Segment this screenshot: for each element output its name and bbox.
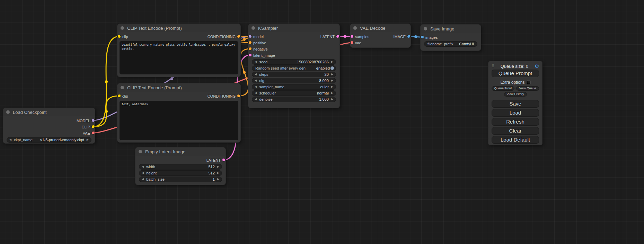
view-history-button[interactable]: View History — [504, 92, 527, 97]
extra-options-checkbox[interactable] — [527, 81, 530, 84]
queue-front-button[interactable]: Queue Front — [492, 86, 514, 91]
widget-value: v1-5-pruned-emaonly.ckpt — [40, 138, 84, 142]
widget-value: 1 — [213, 177, 215, 181]
widget-denoise[interactable]: ◀ denoise 1.000 ▶ — [252, 97, 336, 102]
input-label-positive: positive — [253, 41, 266, 45]
widget-name: filename_prefix — [427, 42, 453, 46]
drag-handle-icon[interactable]: ⠿ — [492, 64, 494, 69]
increment-arrow-icon[interactable]: ▶ — [217, 165, 219, 168]
node-titlebar[interactable]: CLIP Text Encode (Prompt) — [117, 83, 240, 92]
increment-arrow-icon[interactable]: ▶ — [331, 79, 333, 82]
refresh-button[interactable]: Refresh — [492, 118, 539, 126]
widget-name: denoise — [259, 97, 273, 101]
load-button[interactable]: Load — [492, 109, 539, 117]
node-save-image[interactable]: Save Image images filename_prefix ComfyU… — [420, 24, 481, 51]
link-clip-negative-wire[interactable] — [93, 96, 119, 127]
collapse-dot[interactable] — [252, 26, 255, 30]
increment-arrow-icon[interactable]: ▶ — [331, 92, 333, 94]
decrement-arrow-icon[interactable]: ◀ — [255, 85, 257, 88]
node-empty-latent-image[interactable]: Empty Latent Image LATENT ◀ width 512 ▶ … — [135, 147, 226, 185]
collapse-dot[interactable] — [6, 110, 10, 114]
load-default-button[interactable]: Load Default — [492, 136, 539, 144]
widget-steps[interactable]: ◀ steps 20 ▶ — [252, 72, 336, 77]
node-clip-text-encode-positive[interactable]: CLIP Text Encode (Prompt) clip CONDITION… — [117, 24, 241, 77]
save-button[interactable]: Save — [492, 100, 539, 108]
decrement-arrow-icon[interactable]: ◀ — [255, 79, 257, 82]
node-clip-text-encode-negative[interactable]: CLIP Text Encode (Prompt) clip CONDITION… — [117, 83, 241, 143]
widget-height[interactable]: ◀ height 512 ▶ — [139, 170, 222, 176]
widget-value: 512 — [208, 165, 214, 169]
widget-name: steps — [259, 72, 268, 76]
prompt-textarea[interactable]: beautiful scenery nature glass bottle la… — [120, 41, 238, 74]
widget-value: 156680208700286 — [297, 60, 329, 64]
widget-width[interactable]: ◀ width 512 ▶ — [139, 164, 222, 170]
decrement-arrow-icon[interactable]: ◀ — [255, 92, 257, 94]
node-titlebar[interactable]: Load Checkpoint — [3, 108, 95, 116]
link-midpoint-dot — [344, 35, 346, 38]
node-title: Load Checkpoint — [13, 110, 47, 115]
node-ksampler[interactable]: KSampler model LATENT positive negative … — [248, 24, 340, 108]
widget-name: width — [146, 165, 155, 169]
node-vae-decode[interactable]: VAE Decode samples IMAGE vae — [350, 24, 411, 48]
decrement-arrow-icon[interactable]: ◀ — [142, 165, 144, 168]
link-clip-positive-wire[interactable] — [93, 36, 119, 127]
widget-name: Random seed after every gen — [255, 66, 306, 70]
clear-button[interactable]: Clear — [492, 127, 539, 135]
collapse-dot[interactable] — [424, 27, 427, 30]
widget-sampler-name[interactable]: ◀ sampler_name euler ▶ — [252, 84, 336, 90]
output-label-conditioning: CONDITIONING — [208, 94, 236, 98]
decrement-arrow-icon[interactable]: ◀ — [9, 138, 11, 141]
increment-arrow-icon[interactable]: ▶ — [331, 98, 333, 101]
widget-seed[interactable]: ◀ seed 156680208700286 ▶ — [252, 59, 336, 65]
widget-value: normal — [317, 91, 329, 95]
extra-options-label: Extra options — [500, 80, 524, 85]
prompt-textarea[interactable]: text, watermark — [120, 101, 238, 140]
queue-menu-panel[interactable]: ⠿ Queue size: 0 ⚙ Queue Prompt Extra opt… — [488, 61, 542, 145]
widget-name: scheduler — [259, 91, 276, 95]
decrement-arrow-icon[interactable]: ◀ — [142, 172, 144, 174]
decrement-arrow-icon[interactable]: ◀ — [142, 178, 144, 181]
widget-random-seed-toggle[interactable]: Random seed after every gen enabled — [252, 65, 336, 71]
widget-name: ckpt_name — [14, 138, 33, 142]
output-label-latent: LATENT — [320, 35, 335, 39]
increment-arrow-icon[interactable]: ▶ — [331, 73, 333, 76]
collapse-dot[interactable] — [121, 86, 124, 89]
link-midpoint-dot — [170, 77, 173, 80]
node-title: KSampler — [258, 26, 278, 31]
queue-prompt-button[interactable]: Queue Prompt — [492, 70, 539, 77]
widget-batch-size[interactable]: ◀ batch_size 1 ▶ — [139, 177, 222, 182]
toggle-dot-icon[interactable] — [330, 66, 334, 70]
node-titlebar[interactable]: KSampler — [248, 24, 339, 32]
decrement-arrow-icon[interactable]: ◀ — [255, 98, 257, 101]
node-titlebar[interactable]: Empty Latent Image — [135, 147, 226, 156]
link-midpoint-dot — [105, 80, 108, 83]
increment-arrow-icon[interactable]: ▶ — [217, 178, 219, 181]
widget-value: 20 — [325, 72, 329, 76]
increment-arrow-icon[interactable]: ▶ — [87, 138, 89, 141]
widget-value: euler — [320, 85, 328, 89]
input-label-clip: clip — [122, 94, 128, 98]
node-load-checkpoint[interactable]: Load Checkpoint MODEL CLIP VAE ◀ ckpt_na… — [3, 108, 95, 144]
widget-cfg[interactable]: ◀ cfg 8.000 ▶ — [252, 78, 336, 83]
link-midpoint-dot — [414, 35, 417, 38]
collapse-dot[interactable] — [139, 150, 142, 153]
input-label-clip: clip — [122, 35, 128, 39]
increment-arrow-icon[interactable]: ▶ — [331, 61, 333, 63]
node-titlebar[interactable]: CLIP Text Encode (Prompt) — [117, 24, 240, 32]
link-midpoint-dot — [243, 71, 246, 74]
increment-arrow-icon[interactable]: ▶ — [331, 85, 333, 88]
decrement-arrow-icon[interactable]: ◀ — [255, 73, 257, 76]
node-titlebar[interactable]: Save Image — [421, 25, 481, 33]
widget-filename-prefix[interactable]: filename_prefix ComfyUI — [424, 41, 477, 47]
widget-scheduler[interactable]: ◀ scheduler normal ▶ — [252, 90, 336, 96]
increment-arrow-icon[interactable]: ▶ — [217, 172, 219, 174]
widget-ckpt-name[interactable]: ◀ ckpt_name v1-5-pruned-emaonly.ckpt ▶ — [7, 137, 91, 143]
settings-gear-icon[interactable]: ⚙ — [535, 64, 539, 69]
view-queue-button[interactable]: View Queue — [516, 86, 539, 91]
output-label-image: IMAGE — [394, 35, 406, 39]
decrement-arrow-icon[interactable]: ◀ — [255, 61, 257, 63]
collapse-dot[interactable] — [121, 26, 124, 30]
widget-name: seed — [259, 60, 267, 64]
collapse-dot[interactable] — [353, 26, 357, 30]
node-titlebar[interactable]: VAE Decode — [350, 24, 411, 32]
